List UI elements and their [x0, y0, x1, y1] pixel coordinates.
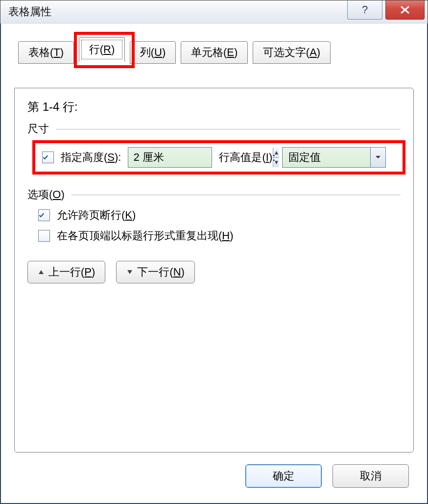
- help-icon: ?: [362, 3, 368, 16]
- tab-page-row: 第 1-4 行: 尺寸 指定高度(S): ▲ ▼: [14, 88, 414, 453]
- check-icon: [39, 211, 45, 219]
- dialog-body: 表格(T) 行(R) 列(U) 单元格(E) 可选文字(A) 第 1-4 行: …: [6, 26, 422, 498]
- prev-row-button[interactable]: 上一行(P): [27, 261, 105, 283]
- tab-alt-text[interactable]: 可选文字(A): [253, 41, 331, 64]
- row-height-is-label: 行高值是(I):: [219, 150, 275, 165]
- tab-table[interactable]: 表格(T): [18, 41, 74, 64]
- divider: [71, 195, 401, 195]
- option-repeat-header-row: 在各页顶端以标题行形式重复出现(H): [38, 228, 401, 243]
- size-group-label: 尺寸: [27, 122, 401, 136]
- row-range-label: 第 1-4 行:: [27, 99, 401, 115]
- dialog-footer: 确定 取消: [245, 464, 409, 488]
- next-row-button[interactable]: 下一行(N): [116, 261, 195, 283]
- dialog-title: 表格属性: [8, 4, 51, 19]
- tab-column[interactable]: 列(U): [130, 41, 176, 64]
- tab-alt-text-label: 可选文字(A): [263, 46, 320, 58]
- option-allow-break-row: 允许跨页断行(K): [38, 208, 401, 223]
- close-icon: [400, 6, 410, 14]
- row-height-mode-value: 固定值: [283, 150, 370, 165]
- next-row-label: 下一行(N): [137, 265, 185, 279]
- options-items: 允许跨页断行(K) 在各页顶端以标题行形式重复出现(H): [27, 208, 401, 243]
- tab-table-label: 表格(T): [28, 46, 64, 58]
- row-nav: 上一行(P) 下一行(N): [27, 261, 401, 283]
- specify-height-label: 指定高度(S):: [61, 150, 121, 165]
- cancel-label: 取消: [360, 469, 381, 483]
- tab-cell-label: 单元格(E): [191, 46, 238, 58]
- height-spinner[interactable]: ▲ ▼: [128, 147, 212, 168]
- allow-break-label: 允许跨页断行(K): [57, 208, 136, 223]
- tab-row-label: 行(R): [89, 43, 115, 55]
- row-height-mode-combo[interactable]: 固定值: [282, 147, 386, 168]
- dialog-window: 表格属性 ? 表格(T) 行(R) 列(U) 单元格(E): [0, 0, 428, 504]
- title-bar: 表格属性 ?: [0, 0, 428, 24]
- check-icon: [43, 153, 48, 161]
- triangle-up-icon: [38, 269, 45, 275]
- repeat-header-label: 在各页顶端以标题行形式重复出现(H): [57, 228, 234, 243]
- tab-column-label: 列(U): [140, 46, 166, 58]
- triangle-down-icon: [126, 269, 133, 275]
- size-row-highlight: 指定高度(S): ▲ ▼ 行高值是(I): 固定值: [32, 140, 405, 175]
- options-group: 选项(O) 允许跨页断行(K) 在各页顶端以标题行形式重: [27, 187, 401, 243]
- repeat-header-checkbox[interactable]: [38, 230, 50, 242]
- close-button[interactable]: [385, 0, 425, 20]
- tab-strip: 表格(T) 行(R) 列(U) 单元格(E) 可选文字(A): [6, 39, 422, 63]
- cancel-button[interactable]: 取消: [333, 464, 409, 488]
- ok-button[interactable]: 确定: [245, 464, 322, 488]
- titlebar-buttons: ?: [347, 0, 428, 23]
- help-button[interactable]: ?: [347, 0, 382, 20]
- specify-height-checkbox[interactable]: [42, 151, 54, 163]
- tab-row[interactable]: 行(R): [79, 37, 125, 62]
- divider: [56, 129, 401, 129]
- chevron-down-icon: [375, 155, 381, 159]
- prev-row-label: 上一行(P): [48, 265, 95, 279]
- options-group-label: 选项(O): [27, 187, 401, 202]
- combo-dropdown-button[interactable]: [370, 148, 385, 167]
- ok-label: 确定: [273, 469, 294, 483]
- size-group-text: 尺寸: [27, 122, 49, 136]
- tab-cell[interactable]: 单元格(E): [181, 41, 248, 64]
- allow-break-checkbox[interactable]: [38, 209, 50, 221]
- options-group-text: 选项(O): [27, 187, 65, 202]
